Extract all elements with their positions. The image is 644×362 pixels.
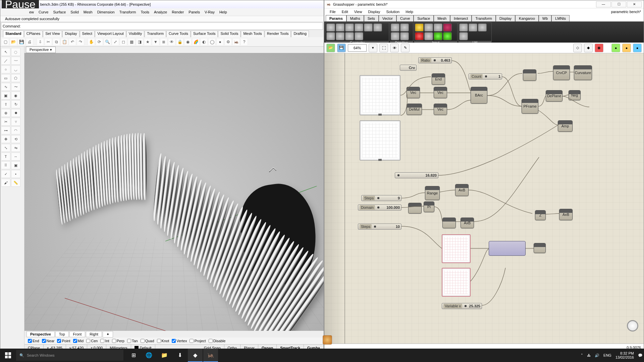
views-icon[interactable]: ▦	[128, 38, 135, 46]
osnap-quad-checkbox[interactable]	[141, 339, 145, 343]
geom-icon[interactable]	[355, 32, 363, 40]
util-icon[interactable]	[459, 23, 468, 32]
prim-icon[interactable]	[400, 32, 409, 40]
tab-transform[interactable]: Transform	[145, 31, 166, 37]
circle-icon[interactable]: ○	[1, 65, 10, 73]
rotate-icon[interactable]: ⟳	[96, 38, 103, 46]
osnap-cen-checkbox[interactable]	[86, 339, 90, 343]
polyline-icon[interactable]: 〰	[11, 57, 20, 65]
gh-titlebar[interactable]: 🦗 Grasshopper - parametric bench* — ☐ ✕	[324, 0, 644, 8]
tab-visibility[interactable]: Visibility	[126, 31, 145, 37]
boolean-icon[interactable]: ⊕	[1, 109, 10, 117]
menu-tools[interactable]: Tools	[139, 9, 151, 15]
geom-icon[interactable]	[345, 23, 354, 32]
rhino-titlebar[interactable]: Pause bench.3dm (255 KB) - Rhinoceros Co…	[0, 0, 324, 8]
tab-display2[interactable]: Display	[496, 15, 515, 21]
chrome-icon[interactable]: 🌐	[142, 349, 156, 362]
osnap-knot[interactable]: Knot	[157, 339, 169, 343]
tab-curve[interactable]: Curve	[396, 15, 414, 21]
gh-menu-solution[interactable]: Solution	[383, 9, 402, 14]
gh-compass-icon[interactable]	[627, 320, 638, 331]
menu-curve[interactable]: Curve	[37, 9, 50, 15]
search-box[interactable]: 🔍 Search Windows	[16, 350, 123, 361]
gh-menu-display[interactable]: Display	[365, 9, 383, 14]
ghost-icon[interactable]: ◯	[208, 38, 216, 46]
props-icon[interactable]: ◉	[184, 38, 192, 46]
osnap-quad[interactable]: Quad	[141, 339, 154, 343]
menu-vray[interactable]: V-Ray	[203, 9, 217, 15]
curve-icon[interactable]: ∿	[1, 83, 10, 91]
tab-transform2[interactable]: Transform	[472, 15, 496, 21]
gh-task-icon[interactable]: 🦗	[203, 349, 218, 362]
osnap-mid[interactable]: Mid	[73, 339, 84, 343]
gh-lock-icon[interactable]: ●	[633, 44, 642, 52]
selfilter-icon[interactable]: ▼	[152, 38, 159, 46]
view-right[interactable]: Right	[86, 331, 102, 337]
menu-analyze[interactable]: Analyze	[152, 9, 169, 15]
pan-icon[interactable]: ✋	[88, 38, 95, 46]
geom-icon[interactable]	[373, 23, 382, 32]
gh-solver-icon[interactable]: ●	[611, 44, 620, 52]
sphere-icon[interactable]: ◉	[11, 92, 20, 100]
gh-zoomext-icon[interactable]: ⛶	[379, 44, 388, 52]
tab-rendertools[interactable]: Render Tools	[265, 31, 291, 37]
gh-save-icon[interactable]: 💾	[337, 44, 346, 52]
view-add[interactable]: ✦	[103, 331, 113, 338]
prim-icon[interactable]	[391, 32, 399, 40]
tab-mesh[interactable]: Mesh	[434, 15, 450, 21]
osnap-end-checkbox[interactable]	[28, 339, 32, 343]
tab-intersect[interactable]: Intersect	[450, 15, 472, 21]
open-icon[interactable]: 📂	[10, 38, 17, 46]
menu-help[interactable]: Help	[217, 9, 229, 15]
tray-clock[interactable]: 8:32 PM 13/02/2016	[615, 351, 634, 359]
input-icon[interactable]	[443, 32, 452, 40]
tab-kangaroo[interactable]: Kangaroo	[515, 15, 539, 21]
osnap-point[interactable]: Point	[57, 339, 70, 343]
redo-icon[interactable]: ↷	[77, 38, 84, 46]
menu-surface[interactable]: Surface	[51, 9, 68, 15]
rotate2-icon[interactable]: ⟲	[11, 135, 20, 143]
print-icon[interactable]: 🖨	[26, 38, 33, 46]
start-button[interactable]	[0, 349, 16, 362]
osnap-end[interactable]: End	[28, 339, 39, 343]
text-icon[interactable]: T	[1, 153, 10, 161]
geom-icon[interactable]	[336, 23, 344, 32]
osnap-project[interactable]: Project	[190, 339, 206, 343]
options-icon[interactable]: ⚙	[224, 38, 232, 46]
prim-icon[interactable]	[391, 23, 399, 32]
gh-zoom-field[interactable]	[348, 44, 367, 52]
osnap-vertex-checkbox[interactable]	[172, 339, 176, 343]
input-icon[interactable]	[415, 23, 424, 32]
osnap-project-checkbox[interactable]	[190, 339, 194, 343]
array-icon[interactable]: ⠿	[1, 161, 10, 169]
gh-disable-icon[interactable]: ◉	[595, 44, 603, 52]
lasso-icon[interactable]: ◌	[11, 48, 20, 56]
interpcrv-icon[interactable]: 〜	[11, 83, 20, 91]
new-icon[interactable]: ▢	[2, 38, 9, 46]
view-front[interactable]: Front	[69, 331, 86, 337]
box-icon[interactable]: ▣	[1, 92, 10, 100]
cut-icon[interactable]: ✂	[45, 38, 52, 46]
util-icon[interactable]	[459, 32, 468, 40]
point-icon[interactable]: •	[11, 170, 20, 178]
fillet-icon[interactable]: ◠	[11, 126, 20, 134]
polygon-icon[interactable]: ⬠	[11, 74, 20, 82]
tray-chevron-icon[interactable]: ˄	[581, 353, 583, 358]
tab-surfacetools[interactable]: Surface Tools	[191, 31, 218, 37]
input-icon[interactable]	[415, 32, 424, 40]
tab-drafting[interactable]: Drafting	[291, 31, 309, 37]
menu-transform[interactable]: Transform	[117, 9, 138, 15]
help-icon[interactable]: ?	[240, 38, 248, 46]
import-icon[interactable]: ⇩	[37, 38, 44, 46]
utorrent-icon[interactable]: ⬇	[172, 349, 187, 362]
geom-icon[interactable]	[336, 32, 344, 40]
gh-preview-icon[interactable]: 👁	[390, 44, 399, 52]
tab-solidtools[interactable]: Solid Tools	[218, 31, 240, 37]
group-icon[interactable]: ▣	[11, 161, 20, 169]
input-icon[interactable]	[434, 32, 442, 40]
render-icon[interactable]: 🌈	[192, 38, 200, 46]
mirror-icon[interactable]: ⇋	[11, 144, 20, 152]
hide-icon[interactable]: 👁	[168, 38, 175, 46]
command-bar[interactable]: Command:	[1, 22, 323, 30]
tab-params[interactable]: Params	[326, 15, 346, 21]
